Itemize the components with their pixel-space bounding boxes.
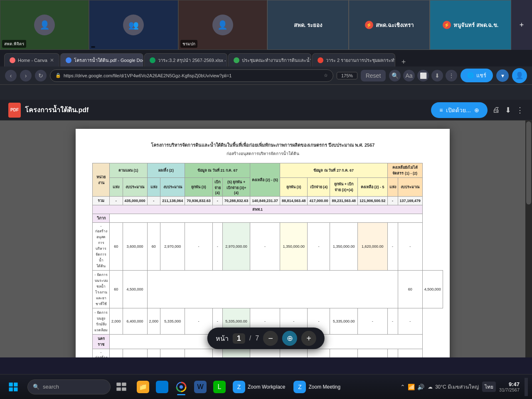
taskbar-search-bar[interactable]: 🔍 search <box>27 379 111 394</box>
network-icon[interactable]: 📶 <box>408 384 415 390</box>
col-remain-header: คงเหลือยังไม่ได้จัดสรร (1) - (2) <box>387 163 422 178</box>
task-view-button[interactable] <box>112 378 131 396</box>
v2-empty <box>147 271 398 308</box>
v2-pb: 4,500,000 <box>123 271 147 308</box>
v1-pq: 60 <box>110 223 123 271</box>
taskbar-app-word[interactable]: W <box>191 378 209 396</box>
total-sel-budget: 211,138,064 <box>160 197 185 205</box>
download-button[interactable]: ⬇ <box>431 70 443 81</box>
svg-rect-1 <box>14 382 17 386</box>
pdf-download-button[interactable]: ⬇ <box>505 106 511 115</box>
col-yukpan3-header: ยุกพัน (3) <box>185 178 213 197</box>
show-desktop-button[interactable] <box>525 378 528 396</box>
spdt-tab-rayong[interactable]: สพด. ระยอง <box>267 0 349 50</box>
scrollbar-thumb[interactable] <box>526 121 531 204</box>
more-options-button[interactable]: ⋮ <box>446 70 457 81</box>
col-sum5c-header: ยุกพัน + เบิกจ่าย (3)+(4) <box>330 178 358 197</box>
col-select-header: ผล/สิ้ง (2) <box>147 163 185 178</box>
pdf-more-button[interactable]: ⋮ <box>516 106 524 115</box>
user-avatar[interactable]: 👤 <box>512 68 527 83</box>
search-icon: 🔍 <box>33 384 39 390</box>
browser-tab-pdf[interactable]: โครงการน้ำใต้ดิน.pdf - Google Doc... ✕ <box>60 53 143 66</box>
chrome-icon <box>175 381 187 393</box>
browser-tab-meeting[interactable]: ประชุมคณะทำงานบริการดินและน้ำ ค... ✕ <box>228 53 311 66</box>
row-vibhak-2: - จัดการบนระบบชลน้ำโรงงานและยาชาที่ใช้ 6… <box>93 271 443 308</box>
vibhak-empty <box>110 214 423 223</box>
browser-chrome: Home - Canva ✕ โครงการน้ำใต้ดิน.pdf - Go… <box>0 50 532 100</box>
forward-button[interactable]: › <box>20 70 32 81</box>
search-button[interactable]: 🔍 <box>389 70 401 81</box>
pdf-print-button[interactable]: 🖨 <box>493 106 500 114</box>
volume-icon[interactable]: 🔊 <box>417 384 424 390</box>
pdf-plus-icon: ⊕ <box>474 107 479 113</box>
n1-rb: - <box>398 349 422 358</box>
page-nav-minus-button[interactable]: − <box>263 331 278 346</box>
vibhak-row3-label: - จัดการบนสูงรักษ์สิ่งแวดล้อม <box>93 308 110 335</box>
n1-sq: 15 <box>147 349 160 358</box>
page-nav-zoom-button[interactable]: ⊕ <box>282 331 297 346</box>
pdf-open-button[interactable]: ≡ เปิดด้วย... ⊕ <box>431 102 488 118</box>
share-dropdown-button[interactable]: ▾ <box>496 69 509 82</box>
taskbar-app-edge[interactable] <box>153 378 171 396</box>
tab-close-canva[interactable]: ✕ <box>50 57 54 63</box>
pdf-file-icon: PDF <box>8 103 21 118</box>
add-tab-button[interactable]: + <box>511 0 532 50</box>
v1-sq: 60 <box>147 223 160 271</box>
browser-navbar: ‹ › ↻ 🔒 https://drive.google.com/file/d/… <box>0 66 532 85</box>
section-spdt1: สพท.1 <box>93 205 443 214</box>
spdt-tab-chachoengsao[interactable]: ⚡ สพด.ฉะเชิงเทรา <box>349 0 430 50</box>
video-tile-2: 👥 <box>89 0 178 50</box>
col-remain-budget-header: งบประมาณ <box>398 178 422 197</box>
total-kongluea27: 121,906,500.52 <box>358 197 388 205</box>
v3-pb: 6,400,000 <box>123 308 147 335</box>
reload-button[interactable]: ↻ <box>35 70 47 81</box>
start-button[interactable] <box>4 378 22 396</box>
read-mode-button[interactable]: Aa <box>403 70 415 81</box>
browser-tab-xlsx[interactable]: วาระ:3.2 สรุปนำ 2567-2569.xlsx - ... ✕ <box>144 53 227 66</box>
reset-button[interactable]: Reset <box>361 70 386 81</box>
spdt-tabs-row: สพด. ระยอง ⚡ สพด.ฉะเชิงเทรา ⚡ หนูจันทร์ … <box>267 0 532 50</box>
avatar-1: 👤 <box>34 15 55 35</box>
screen-cast-button[interactable]: ⬜ <box>417 70 429 81</box>
zoom-meeting-icon: Z <box>293 381 306 393</box>
v1-b21: - <box>212 223 222 271</box>
pdf-filename: โครงการน้ำใต้ดิน.pdf <box>25 105 89 115</box>
browser-tab-report[interactable]: วาระ 2 รายงานการประชุมผลกระทำงาน ... ✕ <box>312 53 395 66</box>
tab-icon-pdf <box>66 57 71 63</box>
col-unit-header: หน่วยงาน <box>93 163 110 197</box>
address-bar[interactable]: 🔒 https://drive.google.com/file/d/1VP4w6… <box>50 69 333 82</box>
current-page: 1 <box>233 333 245 344</box>
taskbar: 🔍 search 📁 <box>0 374 532 399</box>
taskbar-app-chrome[interactable] <box>172 378 190 396</box>
back-button[interactable]: ‹ <box>5 70 17 81</box>
pdf-page-main-title: โครงการบริหารจัดการดินและน้ำใต้ดินในพื้น… <box>92 141 433 149</box>
v3-y21: - <box>185 308 213 335</box>
v1-sb: 2,970,000 <box>160 223 185 271</box>
share-button[interactable]: 🌐 แชร์ <box>461 69 493 82</box>
total-yukpan21: 70,936,832.63 <box>185 197 213 205</box>
zoom-meeting-app[interactable]: Z Zoom Meeting <box>289 378 345 396</box>
v1-rq: - <box>387 223 398 271</box>
new-tab-button[interactable]: + <box>396 58 411 66</box>
video-label-2 <box>91 46 95 48</box>
n1-sb: 810,000 <box>160 349 185 358</box>
avatar-3: 👤 <box>212 15 233 35</box>
tab-icon-xlsx <box>150 57 155 63</box>
zoom-level-input[interactable] <box>337 72 357 79</box>
col-plan-budget: งบประมาณ <box>123 178 147 197</box>
section-spdt1-label: สพท.1 <box>93 205 423 214</box>
spdt-tab-nujun[interactable]: ⚡ หนูจันทร์ สพด.ฉ.ข. <box>430 0 511 50</box>
browser-tab-canva[interactable]: Home - Canva ✕ <box>4 53 59 66</box>
total-remain-budget: 137,169,479 <box>398 197 422 205</box>
col-select-qty: แห่ง <box>147 178 160 197</box>
row-vibhak-1: - ก่อสร้างอนุสดการบริหารจัดการน้ำใต้ดิน … <box>93 223 443 271</box>
taskbar-app-file-explorer[interactable]: 📁 <box>134 378 152 396</box>
language-indicator[interactable]: ไทย <box>482 382 496 392</box>
taskbar-app-line[interactable]: L <box>210 378 229 396</box>
chevron-up-icon[interactable]: ⌃ <box>400 384 405 390</box>
zoom-workplace-app[interactable]: Z Zoom Workplace <box>229 378 289 396</box>
page-nav-plus-button[interactable]: + <box>301 331 316 346</box>
svg-rect-0 <box>9 382 13 386</box>
taskbar-system-icons <box>4 378 22 396</box>
scrollbar[interactable] <box>525 121 532 357</box>
